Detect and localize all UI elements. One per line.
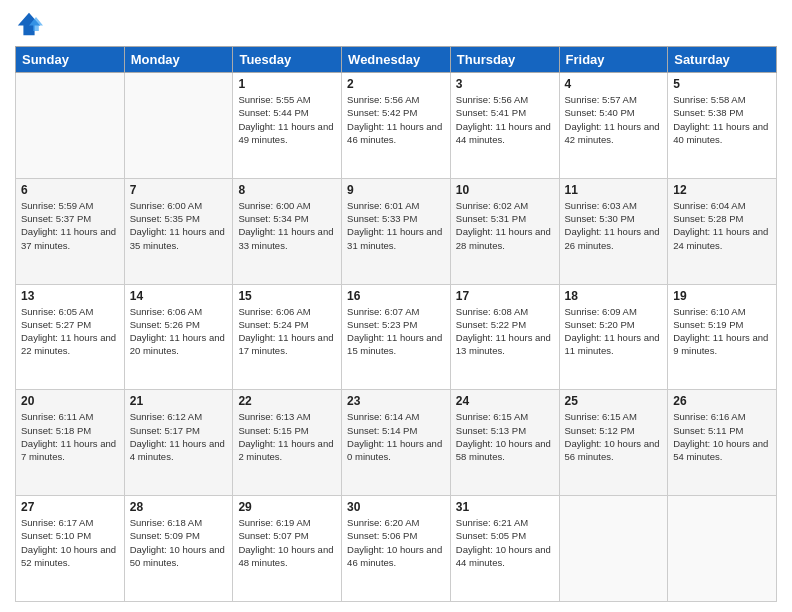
calendar-table: SundayMondayTuesdayWednesdayThursdayFrid… — [15, 46, 777, 602]
weekday-header: Saturday — [668, 47, 777, 73]
day-number: 17 — [456, 289, 554, 303]
calendar-cell: 31Sunrise: 6:21 AMSunset: 5:05 PMDayligh… — [450, 496, 559, 602]
day-detail: Sunrise: 6:13 AMSunset: 5:15 PMDaylight:… — [238, 410, 336, 463]
day-detail: Sunrise: 6:03 AMSunset: 5:30 PMDaylight:… — [565, 199, 663, 252]
calendar-cell: 28Sunrise: 6:18 AMSunset: 5:09 PMDayligh… — [124, 496, 233, 602]
calendar-cell: 3Sunrise: 5:56 AMSunset: 5:41 PMDaylight… — [450, 73, 559, 179]
calendar-cell: 10Sunrise: 6:02 AMSunset: 5:31 PMDayligh… — [450, 178, 559, 284]
calendar-cell: 14Sunrise: 6:06 AMSunset: 5:26 PMDayligh… — [124, 284, 233, 390]
day-detail: Sunrise: 5:58 AMSunset: 5:38 PMDaylight:… — [673, 93, 771, 146]
calendar-week-row: 27Sunrise: 6:17 AMSunset: 5:10 PMDayligh… — [16, 496, 777, 602]
day-detail: Sunrise: 6:09 AMSunset: 5:20 PMDaylight:… — [565, 305, 663, 358]
day-number: 1 — [238, 77, 336, 91]
day-detail: Sunrise: 6:04 AMSunset: 5:28 PMDaylight:… — [673, 199, 771, 252]
day-number: 31 — [456, 500, 554, 514]
day-detail: Sunrise: 6:06 AMSunset: 5:26 PMDaylight:… — [130, 305, 228, 358]
day-number: 30 — [347, 500, 445, 514]
day-detail: Sunrise: 6:08 AMSunset: 5:22 PMDaylight:… — [456, 305, 554, 358]
weekday-header: Friday — [559, 47, 668, 73]
calendar-week-row: 20Sunrise: 6:11 AMSunset: 5:18 PMDayligh… — [16, 390, 777, 496]
day-detail: Sunrise: 5:57 AMSunset: 5:40 PMDaylight:… — [565, 93, 663, 146]
day-number: 19 — [673, 289, 771, 303]
day-number: 12 — [673, 183, 771, 197]
page: SundayMondayTuesdayWednesdayThursdayFrid… — [0, 0, 792, 612]
day-number: 20 — [21, 394, 119, 408]
calendar-week-row: 6Sunrise: 5:59 AMSunset: 5:37 PMDaylight… — [16, 178, 777, 284]
day-detail: Sunrise: 6:21 AMSunset: 5:05 PMDaylight:… — [456, 516, 554, 569]
day-number: 26 — [673, 394, 771, 408]
calendar-cell: 19Sunrise: 6:10 AMSunset: 5:19 PMDayligh… — [668, 284, 777, 390]
calendar-cell: 2Sunrise: 5:56 AMSunset: 5:42 PMDaylight… — [342, 73, 451, 179]
day-detail: Sunrise: 6:12 AMSunset: 5:17 PMDaylight:… — [130, 410, 228, 463]
day-detail: Sunrise: 6:05 AMSunset: 5:27 PMDaylight:… — [21, 305, 119, 358]
day-detail: Sunrise: 5:56 AMSunset: 5:42 PMDaylight:… — [347, 93, 445, 146]
day-number: 6 — [21, 183, 119, 197]
day-number: 24 — [456, 394, 554, 408]
calendar-cell: 17Sunrise: 6:08 AMSunset: 5:22 PMDayligh… — [450, 284, 559, 390]
day-number: 22 — [238, 394, 336, 408]
weekday-header: Tuesday — [233, 47, 342, 73]
calendar-cell: 26Sunrise: 6:16 AMSunset: 5:11 PMDayligh… — [668, 390, 777, 496]
day-number: 25 — [565, 394, 663, 408]
day-detail: Sunrise: 6:16 AMSunset: 5:11 PMDaylight:… — [673, 410, 771, 463]
weekday-header: Monday — [124, 47, 233, 73]
day-detail: Sunrise: 5:56 AMSunset: 5:41 PMDaylight:… — [456, 93, 554, 146]
day-detail: Sunrise: 6:10 AMSunset: 5:19 PMDaylight:… — [673, 305, 771, 358]
day-number: 7 — [130, 183, 228, 197]
day-detail: Sunrise: 6:17 AMSunset: 5:10 PMDaylight:… — [21, 516, 119, 569]
calendar-cell: 12Sunrise: 6:04 AMSunset: 5:28 PMDayligh… — [668, 178, 777, 284]
day-number: 5 — [673, 77, 771, 91]
day-number: 27 — [21, 500, 119, 514]
day-number: 28 — [130, 500, 228, 514]
calendar-cell: 18Sunrise: 6:09 AMSunset: 5:20 PMDayligh… — [559, 284, 668, 390]
calendar-cell: 25Sunrise: 6:15 AMSunset: 5:12 PMDayligh… — [559, 390, 668, 496]
calendar-cell: 27Sunrise: 6:17 AMSunset: 5:10 PMDayligh… — [16, 496, 125, 602]
calendar-cell — [668, 496, 777, 602]
day-number: 3 — [456, 77, 554, 91]
day-number: 8 — [238, 183, 336, 197]
day-detail: Sunrise: 6:02 AMSunset: 5:31 PMDaylight:… — [456, 199, 554, 252]
day-detail: Sunrise: 6:19 AMSunset: 5:07 PMDaylight:… — [238, 516, 336, 569]
day-number: 18 — [565, 289, 663, 303]
day-detail: Sunrise: 6:07 AMSunset: 5:23 PMDaylight:… — [347, 305, 445, 358]
day-number: 2 — [347, 77, 445, 91]
calendar-cell: 8Sunrise: 6:00 AMSunset: 5:34 PMDaylight… — [233, 178, 342, 284]
calendar-cell — [16, 73, 125, 179]
calendar-cell: 6Sunrise: 5:59 AMSunset: 5:37 PMDaylight… — [16, 178, 125, 284]
calendar-cell: 9Sunrise: 6:01 AMSunset: 5:33 PMDaylight… — [342, 178, 451, 284]
calendar-cell — [559, 496, 668, 602]
header — [15, 10, 777, 38]
weekday-header: Sunday — [16, 47, 125, 73]
day-number: 13 — [21, 289, 119, 303]
day-detail: Sunrise: 5:55 AMSunset: 5:44 PMDaylight:… — [238, 93, 336, 146]
day-detail: Sunrise: 6:00 AMSunset: 5:34 PMDaylight:… — [238, 199, 336, 252]
calendar-cell: 15Sunrise: 6:06 AMSunset: 5:24 PMDayligh… — [233, 284, 342, 390]
day-number: 23 — [347, 394, 445, 408]
day-number: 11 — [565, 183, 663, 197]
calendar-cell: 20Sunrise: 6:11 AMSunset: 5:18 PMDayligh… — [16, 390, 125, 496]
calendar-cell: 1Sunrise: 5:55 AMSunset: 5:44 PMDaylight… — [233, 73, 342, 179]
day-number: 21 — [130, 394, 228, 408]
calendar-cell: 29Sunrise: 6:19 AMSunset: 5:07 PMDayligh… — [233, 496, 342, 602]
day-detail: Sunrise: 6:15 AMSunset: 5:12 PMDaylight:… — [565, 410, 663, 463]
calendar-cell: 23Sunrise: 6:14 AMSunset: 5:14 PMDayligh… — [342, 390, 451, 496]
calendar-cell: 5Sunrise: 5:58 AMSunset: 5:38 PMDaylight… — [668, 73, 777, 179]
calendar-cell — [124, 73, 233, 179]
calendar-week-row: 13Sunrise: 6:05 AMSunset: 5:27 PMDayligh… — [16, 284, 777, 390]
day-detail: Sunrise: 6:14 AMSunset: 5:14 PMDaylight:… — [347, 410, 445, 463]
calendar-cell: 16Sunrise: 6:07 AMSunset: 5:23 PMDayligh… — [342, 284, 451, 390]
weekday-header: Thursday — [450, 47, 559, 73]
day-detail: Sunrise: 6:20 AMSunset: 5:06 PMDaylight:… — [347, 516, 445, 569]
calendar-cell: 24Sunrise: 6:15 AMSunset: 5:13 PMDayligh… — [450, 390, 559, 496]
day-detail: Sunrise: 6:18 AMSunset: 5:09 PMDaylight:… — [130, 516, 228, 569]
calendar-header-row: SundayMondayTuesdayWednesdayThursdayFrid… — [16, 47, 777, 73]
calendar-cell: 22Sunrise: 6:13 AMSunset: 5:15 PMDayligh… — [233, 390, 342, 496]
day-detail: Sunrise: 6:11 AMSunset: 5:18 PMDaylight:… — [21, 410, 119, 463]
day-number: 29 — [238, 500, 336, 514]
weekday-header: Wednesday — [342, 47, 451, 73]
calendar-cell: 4Sunrise: 5:57 AMSunset: 5:40 PMDaylight… — [559, 73, 668, 179]
day-detail: Sunrise: 6:15 AMSunset: 5:13 PMDaylight:… — [456, 410, 554, 463]
day-detail: Sunrise: 6:01 AMSunset: 5:33 PMDaylight:… — [347, 199, 445, 252]
calendar-cell: 21Sunrise: 6:12 AMSunset: 5:17 PMDayligh… — [124, 390, 233, 496]
day-number: 10 — [456, 183, 554, 197]
